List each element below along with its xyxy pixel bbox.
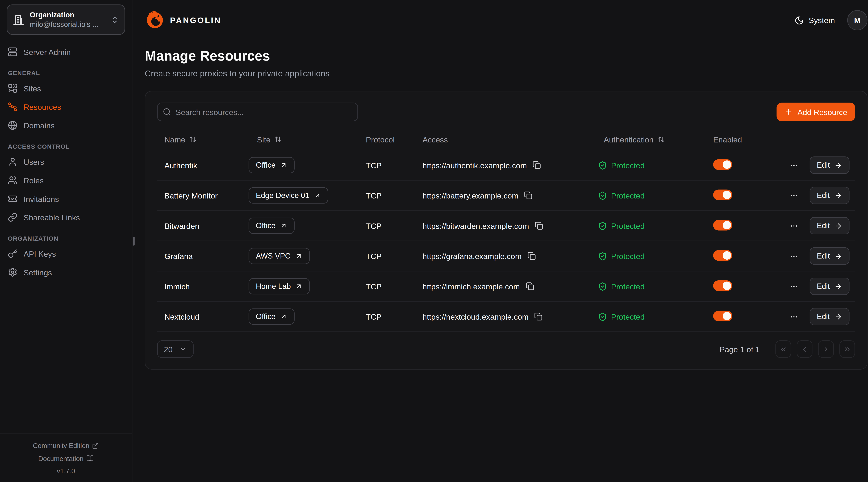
sort-icon[interactable] xyxy=(657,136,665,143)
edit-button[interactable]: Edit xyxy=(809,278,849,295)
sidebar-item-api-keys[interactable]: API Keys xyxy=(8,245,124,263)
gear-icon xyxy=(8,267,18,277)
edit-button[interactable]: Edit xyxy=(809,157,849,174)
first-page-button[interactable] xyxy=(775,341,791,358)
sort-icon[interactable] xyxy=(189,136,196,143)
row-menu-button[interactable] xyxy=(788,160,799,171)
table-row: Grafana AWS VPC TCP https://grafana.exam… xyxy=(157,241,855,271)
ellipsis-icon xyxy=(789,161,798,170)
resource-protocol: TCP xyxy=(366,221,422,230)
arrow-right-icon xyxy=(834,222,842,230)
row-menu-button[interactable] xyxy=(788,281,799,292)
site-link-button[interactable]: Edge Device 01 xyxy=(249,187,329,204)
brand-logo: PANGOLIN xyxy=(145,10,221,30)
page-head: Manage Resources Create secure proxies t… xyxy=(145,48,867,78)
copy-icon[interactable] xyxy=(534,312,542,321)
sidebar-item-server-admin[interactable]: Server Admin xyxy=(8,43,124,61)
theme-toggle-button[interactable]: System xyxy=(795,15,835,25)
sidebar-item-shareable-links[interactable]: Shareable Links xyxy=(8,208,124,227)
row-menu-button[interactable] xyxy=(788,220,799,231)
enabled-toggle[interactable] xyxy=(713,311,732,321)
enabled-toggle[interactable] xyxy=(713,220,732,230)
site-link-button[interactable]: Office xyxy=(249,309,294,325)
enabled-toggle[interactable] xyxy=(713,250,732,260)
enabled-toggle[interactable] xyxy=(713,189,732,200)
sidebar-item-label: Shareable Links xyxy=(24,213,80,222)
nav-section-organization: ORGANIZATION xyxy=(8,235,124,242)
documentation-link[interactable]: Documentation xyxy=(38,452,94,465)
chevron-left-icon xyxy=(801,345,808,353)
sidebar-item-resources[interactable]: Resources xyxy=(8,97,124,116)
auth-status: Protected xyxy=(611,282,645,291)
site-link-button[interactable]: AWS VPC xyxy=(249,248,310,264)
sort-icon[interactable] xyxy=(275,136,282,143)
auth-status: Protected xyxy=(611,252,645,261)
resource-protocol: TCP xyxy=(366,252,422,261)
arrow-up-right-icon xyxy=(295,283,303,290)
sidebar-item-sites[interactable]: Sites xyxy=(8,79,124,98)
copy-icon[interactable] xyxy=(526,282,534,290)
copy-icon[interactable] xyxy=(535,222,543,230)
search-input[interactable] xyxy=(157,102,358,121)
auth-status: Protected xyxy=(611,312,645,321)
sidebar-resize-handle[interactable] xyxy=(133,237,135,246)
resource-protocol: TCP xyxy=(366,312,422,321)
server-icon xyxy=(8,47,18,57)
copy-icon[interactable] xyxy=(527,252,535,260)
sidebar-item-label: API Keys xyxy=(24,249,56,258)
site-link-button[interactable]: Office xyxy=(249,218,294,234)
copy-icon[interactable] xyxy=(524,191,532,199)
sidebar-item-domains[interactable]: Domains xyxy=(8,116,124,135)
table-row: Immich Home Lab TCP https://immich.examp… xyxy=(157,271,855,302)
nav-section-general: GENERAL xyxy=(8,70,124,76)
building-icon xyxy=(13,14,24,25)
page-size-select[interactable]: 20 xyxy=(157,341,193,358)
sidebar-item-label: Invitations xyxy=(24,194,59,203)
arrow-up-right-icon xyxy=(280,313,287,320)
org-title: Organization xyxy=(30,10,111,20)
page-subtitle: Create secure proxies to your private ap… xyxy=(145,68,867,78)
ellipsis-icon xyxy=(789,252,798,261)
sidebar: Organization milo@fossorial.io's ... Ser… xyxy=(0,0,132,482)
resource-protocol: TCP xyxy=(366,191,422,200)
next-page-button[interactable] xyxy=(818,341,834,358)
edit-button[interactable]: Edit xyxy=(809,187,849,204)
sidebar-item-label: Users xyxy=(24,157,44,166)
top-bar: PANGOLIN System M xyxy=(145,0,867,40)
resource-url: https://grafana.example.com xyxy=(423,252,522,261)
resource-name: Immich xyxy=(157,282,249,291)
enabled-toggle[interactable] xyxy=(713,280,732,291)
prev-page-button[interactable] xyxy=(797,341,812,358)
resource-protocol: TCP xyxy=(366,161,422,170)
users-icon xyxy=(8,175,18,185)
table-row: Battery Monitor Edge Device 01 TCP https… xyxy=(157,181,855,211)
resource-name: Grafana xyxy=(157,252,249,261)
col-site: Site xyxy=(257,135,271,144)
edit-button[interactable]: Edit xyxy=(809,217,849,234)
avatar[interactable]: M xyxy=(847,10,867,30)
auth-status: Protected xyxy=(611,221,645,230)
edit-button[interactable]: Edit xyxy=(809,308,849,325)
col-name: Name xyxy=(164,135,185,144)
last-page-button[interactable] xyxy=(839,341,855,358)
row-menu-button[interactable] xyxy=(788,311,799,322)
site-link-button[interactable]: Home Lab xyxy=(249,278,310,294)
row-menu-button[interactable] xyxy=(788,250,799,262)
sidebar-item-users[interactable]: Users xyxy=(8,153,124,171)
table-header: Name Site Protocol Access Authentication… xyxy=(157,129,855,150)
ellipsis-icon xyxy=(789,191,798,200)
enabled-toggle[interactable] xyxy=(713,159,732,169)
community-edition-link[interactable]: Community Edition xyxy=(33,440,99,452)
sidebar-item-invitations[interactable]: Invitations xyxy=(8,190,124,208)
sidebar-item-label: Roles xyxy=(24,176,44,185)
site-link-button[interactable]: Office xyxy=(249,157,294,173)
add-resource-button[interactable]: Add Resource xyxy=(777,102,855,121)
table-row: Authentik Office TCP https://authentik.e… xyxy=(157,150,855,181)
row-menu-button[interactable] xyxy=(788,190,799,201)
sidebar-item-roles[interactable]: Roles xyxy=(8,171,124,190)
edit-button[interactable]: Edit xyxy=(809,247,849,265)
sidebar-item-settings[interactable]: Settings xyxy=(8,263,124,282)
copy-icon[interactable] xyxy=(532,161,541,169)
search-box xyxy=(157,102,358,121)
org-switcher[interactable]: Organization milo@fossorial.io's ... xyxy=(7,4,125,35)
